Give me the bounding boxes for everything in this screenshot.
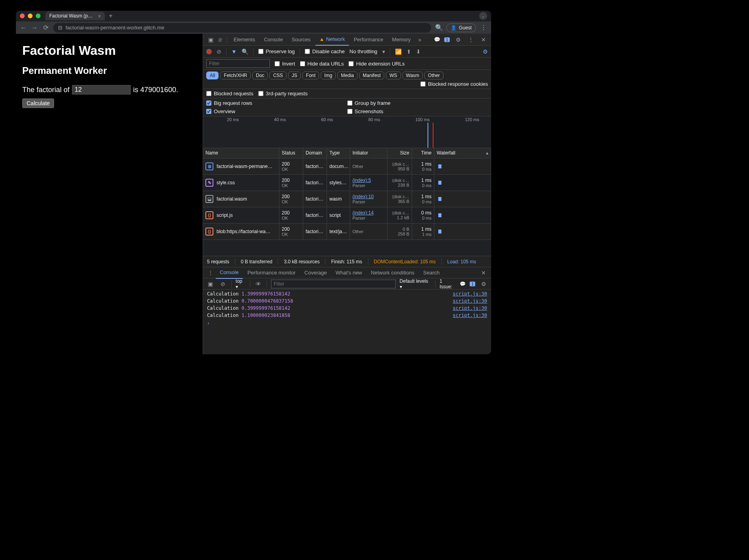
drawer-tab-console[interactable]: Console bbox=[216, 267, 243, 279]
calculate-button[interactable]: Calculate bbox=[22, 98, 54, 108]
network-row[interactable]: ✎style.css200OKfactori…styles…(index):5P… bbox=[203, 175, 491, 191]
factorial-input[interactable] bbox=[72, 85, 131, 95]
col-initiator[interactable]: Initiator bbox=[350, 148, 387, 158]
close-devtools-icon[interactable]: ✕ bbox=[479, 37, 488, 43]
console-levels-select[interactable]: Default levels ▾ bbox=[400, 278, 432, 290]
window-close-button[interactable] bbox=[20, 14, 25, 18]
more-icon[interactable]: ⋮ bbox=[466, 37, 475, 43]
tab-console[interactable]: Console bbox=[260, 34, 287, 46]
clear-button[interactable]: ⊘ bbox=[217, 48, 221, 55]
col-type[interactable]: Type bbox=[327, 148, 350, 158]
network-conditions-icon[interactable]: 📶 bbox=[395, 48, 402, 55]
new-tab-button[interactable]: + bbox=[109, 12, 112, 19]
live-expression-icon[interactable]: 👁 bbox=[254, 281, 263, 287]
col-domain[interactable]: Domain bbox=[303, 148, 327, 158]
log-source-link[interactable]: script.js:30 bbox=[453, 305, 487, 311]
menu-button[interactable]: ⋮ bbox=[480, 24, 487, 31]
network-row[interactable]: ⟨⟩blob:https://factorial-wa…200OKfactori… bbox=[203, 224, 491, 240]
window-minimize-button[interactable] bbox=[28, 14, 33, 18]
console-clear-icon[interactable]: ⊘ bbox=[219, 281, 228, 287]
group-frame-checkbox[interactable]: Group by frame bbox=[347, 100, 488, 106]
console-settings-icon[interactable]: ⚙ bbox=[479, 281, 488, 287]
console-sidebar-icon[interactable]: ▣ bbox=[206, 281, 215, 287]
network-filter-input[interactable] bbox=[206, 59, 270, 68]
profile-guest-button[interactable]: 👤 Guest bbox=[446, 23, 476, 32]
blocked-requests-checkbox[interactable]: Blocked requests bbox=[206, 91, 254, 97]
tab-performance[interactable]: Performance bbox=[350, 34, 387, 46]
big-rows-checkbox[interactable]: Big request rows bbox=[206, 100, 347, 106]
filter-chip-css[interactable]: CSS bbox=[269, 71, 286, 79]
preserve-log-checkbox[interactable]: Preserve log bbox=[258, 48, 295, 54]
network-row[interactable]: ⟨⟩script.js200OKfactori…script(index):14… bbox=[203, 207, 491, 224]
filter-chip-doc[interactable]: Doc bbox=[252, 71, 268, 79]
tab-sources[interactable]: Sources bbox=[288, 34, 315, 46]
zoom-icon[interactable]: 🔍 bbox=[435, 24, 442, 31]
col-waterfall[interactable]: Waterfall▴ bbox=[434, 148, 491, 158]
console-filter-input[interactable] bbox=[271, 280, 396, 288]
tab-elements[interactable]: Elements bbox=[230, 34, 259, 46]
issues-icon[interactable]: 💬 bbox=[460, 281, 466, 287]
overview-checkbox[interactable]: Overview bbox=[206, 108, 347, 114]
filter-chip-font[interactable]: Font bbox=[302, 71, 319, 79]
search-icon[interactable]: 🔍 bbox=[242, 48, 248, 55]
console-prompt[interactable]: › bbox=[203, 319, 491, 328]
close-icon[interactable]: × bbox=[98, 13, 101, 19]
tabs-dropdown-button[interactable]: ⌄ bbox=[479, 12, 487, 20]
log-source-link[interactable]: script.js:30 bbox=[453, 291, 487, 297]
site-info-icon[interactable]: ⊟ bbox=[58, 25, 62, 31]
device-toggle-icon[interactable]: ⎚ bbox=[216, 37, 225, 43]
throttling-caret-icon[interactable]: ▾ bbox=[382, 48, 385, 55]
console-issues-count[interactable]: 1 bbox=[470, 282, 475, 286]
inspect-element-icon[interactable]: ▣ bbox=[206, 37, 215, 43]
filter-chip-js[interactable]: JS bbox=[288, 71, 301, 79]
window-zoom-button[interactable] bbox=[36, 14, 41, 18]
col-time[interactable]: Time bbox=[412, 148, 434, 158]
drawer-tab-netcond[interactable]: Network conditions bbox=[367, 267, 418, 279]
tab-memory[interactable]: Memory bbox=[388, 34, 415, 46]
filter-chip-wasm[interactable]: Wasm bbox=[403, 71, 423, 79]
issues-count[interactable]: 1 bbox=[444, 37, 450, 42]
hide-extension-urls-checkbox[interactable]: Hide extension URLs bbox=[348, 61, 404, 67]
drawer-close-icon[interactable]: ✕ bbox=[479, 270, 488, 276]
invert-checkbox[interactable]: Invert bbox=[275, 61, 295, 67]
import-har-icon[interactable]: ⬆ bbox=[406, 48, 411, 55]
filter-chip-media[interactable]: Media bbox=[337, 71, 358, 79]
throttling-select[interactable]: No throttling bbox=[350, 48, 377, 54]
browser-tab[interactable]: Factorial Wasm (permanent … × bbox=[45, 12, 105, 20]
export-har-icon[interactable]: ⬇ bbox=[416, 48, 421, 55]
address-bar[interactable]: ⊟ factorial-wasm-permanent-worker.glitch… bbox=[53, 23, 431, 33]
blocked-cookies-checkbox[interactable]: Blocked response cookies bbox=[420, 81, 488, 87]
log-source-link[interactable]: script.js:30 bbox=[453, 298, 487, 304]
filter-chip-other[interactable]: Other bbox=[424, 71, 443, 79]
network-timeline[interactable]: 20 ms40 ms60 ms80 ms100 ms120 ms bbox=[203, 116, 491, 148]
col-name[interactable]: Name bbox=[203, 148, 279, 158]
filter-chip-fetchxhr[interactable]: Fetch/XHR bbox=[220, 71, 251, 79]
col-size[interactable]: Size bbox=[387, 148, 412, 158]
filter-chip-img[interactable]: Img bbox=[321, 71, 336, 79]
tab-network[interactable]: ▲Network bbox=[315, 34, 349, 46]
drawer-tab-perfmon[interactable]: Performance monitor bbox=[244, 267, 300, 279]
drawer-menu-icon[interactable]: ⋮ bbox=[206, 270, 215, 276]
disable-cache-checkbox[interactable]: Disable cache bbox=[305, 48, 345, 54]
network-row[interactable]: ≣factorial-wasm-permane…200OKfactori…doc… bbox=[203, 158, 491, 175]
third-party-checkbox[interactable]: 3rd-party requests bbox=[258, 91, 308, 97]
drawer-tab-whatsnew[interactable]: What's new bbox=[331, 267, 366, 279]
network-row[interactable]: ⬓factorial.wasm200OKfactori…wasm(index):… bbox=[203, 191, 491, 207]
reload-button[interactable]: ⟳ bbox=[42, 24, 49, 31]
forward-button[interactable]: → bbox=[31, 24, 38, 31]
filter-chip-all[interactable]: All bbox=[206, 71, 219, 79]
drawer-tab-search[interactable]: Search bbox=[419, 267, 443, 279]
issues-icon[interactable]: 💬 bbox=[434, 37, 440, 42]
screenshots-checkbox[interactable]: Screenshots bbox=[347, 108, 488, 114]
col-status[interactable]: Status bbox=[279, 148, 303, 158]
filter-chip-manifest[interactable]: Manifest bbox=[359, 71, 384, 79]
more-tabs-icon[interactable]: » bbox=[416, 37, 424, 43]
filter-chip-ws[interactable]: WS bbox=[386, 71, 401, 79]
network-table-header[interactable]: Name Status Domain Type Initiator Size T… bbox=[203, 148, 491, 158]
filter-toggle-icon[interactable]: ▼ bbox=[231, 48, 237, 55]
drawer-tab-coverage[interactable]: Coverage bbox=[300, 267, 331, 279]
back-button[interactable]: ← bbox=[20, 24, 27, 31]
console-scope-select[interactable]: top ▾ bbox=[236, 278, 246, 290]
hide-data-urls-checkbox[interactable]: Hide data URLs bbox=[300, 61, 344, 67]
settings-icon[interactable]: ⚙ bbox=[454, 37, 463, 43]
